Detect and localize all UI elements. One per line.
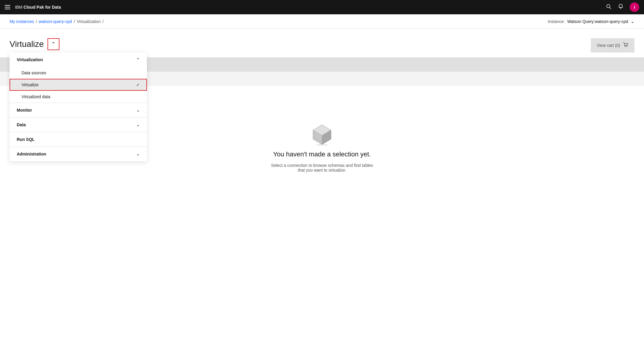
menu-section-label-data: Data — [17, 122, 26, 127]
chevron-down-icon-data: ⌄ — [136, 122, 140, 127]
breadcrumb-sep-1: / — [36, 19, 37, 24]
breadcrumb-sep-2: / — [74, 19, 75, 24]
svg-line-1 — [610, 7, 611, 9]
empty-state: You haven't made a selection yet. Select… — [268, 122, 376, 173]
chevron-up-icon: ⌃ — [51, 41, 56, 47]
menu-item-data-sources[interactable]: Data sources — [10, 67, 147, 79]
view-cart-button[interactable]: View cart (0) — [591, 38, 634, 53]
search-icon[interactable] — [606, 4, 612, 11]
brand-text: IBM — [15, 5, 24, 10]
menu-section-header-monitor[interactable]: Monitor ⌄ — [10, 103, 147, 117]
breadcrumb-my-instances[interactable]: My instances — [10, 19, 34, 24]
breadcrumb: My instances / watson-query-cpd / Virtua… — [10, 19, 104, 24]
svg-point-9 — [316, 144, 328, 146]
dropdown-menu: Virtualization ⌃ Data sources Virtualize… — [10, 53, 147, 161]
menu-item-label-data-sources: Data sources — [22, 70, 46, 75]
navbar-left: IBM Cloud Pak for Data — [5, 5, 61, 10]
avatar-initials: I — [634, 5, 635, 10]
cart-icon — [623, 42, 628, 49]
svg-point-0 — [607, 4, 610, 8]
menu-section-header-virtualization[interactable]: Virtualization ⌃ — [10, 53, 147, 67]
title-toggle-button[interactable]: ⌃ — [47, 38, 59, 50]
menu-section-data: Data ⌄ — [10, 118, 147, 132]
user-avatar[interactable]: I — [630, 2, 639, 12]
breadcrumb-watson-query-cpd[interactable]: watson-query-cpd — [39, 19, 72, 24]
menu-section-label-virtualization: Virtualization — [17, 57, 43, 62]
chevron-down-icon-monitor: ⌄ — [136, 108, 140, 113]
menu-item-virtualize[interactable]: Virtualize ✓ — [10, 79, 147, 91]
menu-section-run-sql: Run SQL — [10, 132, 147, 147]
page-content: Virtualize ⌃ View cart (0) Virtua — [0, 29, 644, 354]
brand-bold-text: Cloud Pak for Data — [24, 5, 61, 10]
instance-label: Instance: — [548, 19, 565, 24]
menu-section-label-administration: Administration — [17, 152, 46, 156]
instance-value: Watson Query:watson-query-cpd — [567, 19, 628, 24]
svg-point-4 — [626, 46, 627, 47]
view-cart-label: View cart (0) — [597, 43, 620, 48]
check-icon-virtualize: ✓ — [136, 82, 140, 87]
menu-section-administration: Administration ⌄ — [10, 147, 147, 161]
notification-icon[interactable] — [618, 4, 624, 11]
svg-point-3 — [625, 46, 625, 47]
cube-illustration — [310, 122, 334, 146]
menu-item-label-virtualize: Virtualize — [22, 82, 39, 87]
menu-item-label-virtualized-data: Virtualized data — [22, 94, 50, 99]
chevron-down-icon-administration: ⌄ — [136, 152, 140, 156]
menu-item-virtualized-data[interactable]: Virtualized data — [10, 91, 147, 103]
menu-section-header-administration[interactable]: Administration ⌄ — [10, 147, 147, 161]
instance-chevron-icon: ⌄ — [631, 19, 634, 24]
menu-section-header-run-sql[interactable]: Run SQL — [10, 132, 147, 147]
chevron-up-icon-virtualization: ⌃ — [136, 57, 140, 62]
menu-section-monitor: Monitor ⌄ — [10, 103, 147, 118]
instance-selector[interactable]: Instance: Watson Query:watson-query-cpd … — [548, 19, 634, 24]
page-title-row: Virtualize ⌃ — [10, 38, 59, 50]
breadcrumb-virtualization: Virtualization — [77, 19, 101, 24]
breadcrumb-sep-3: / — [102, 19, 104, 24]
menu-section-virtualization: Virtualization ⌃ Data sources Virtualize… — [10, 53, 147, 103]
empty-state-description: Select a connection to browse schemas an… — [268, 163, 376, 173]
menu-section-label-run-sql: Run SQL — [17, 137, 35, 142]
navbar-right: I — [606, 2, 639, 12]
navbar-brand: IBM Cloud Pak for Data — [15, 5, 61, 10]
menu-section-header-data[interactable]: Data ⌄ — [10, 118, 147, 132]
empty-state-title: You haven't made a selection yet. — [273, 150, 371, 158]
top-navbar: IBM Cloud Pak for Data I — [0, 0, 644, 14]
hamburger-menu-icon[interactable] — [5, 5, 10, 9]
breadcrumb-bar: My instances / watson-query-cpd / Virtua… — [0, 14, 644, 29]
page-title: Virtualize — [10, 39, 44, 49]
menu-section-label-monitor: Monitor — [17, 108, 32, 113]
